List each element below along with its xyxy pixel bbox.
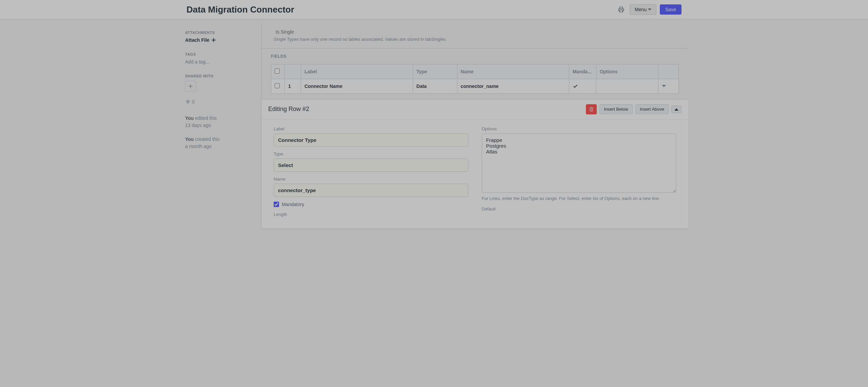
attach-file-button[interactable]: Attach File: [185, 37, 256, 43]
length-field-label: Length: [274, 212, 468, 217]
insert-above-button[interactable]: Insert Above: [635, 104, 669, 114]
name-input[interactable]: [274, 184, 468, 197]
label-field-label: Label: [274, 126, 468, 131]
row-editor-panel: Editing Row #2 Insert Below Insert Above: [261, 99, 688, 229]
type-field-label: Type: [274, 151, 468, 156]
delete-row-button[interactable]: [586, 104, 597, 114]
tags-heading: TAGS: [185, 52, 256, 56]
heart-icon: [185, 99, 191, 105]
caret-down-icon: [648, 8, 651, 11]
name-field-label: Name: [274, 177, 468, 182]
trash-icon: [589, 107, 594, 112]
options-field-label: Options: [482, 126, 676, 131]
row-select-checkbox[interactable]: [275, 83, 280, 88]
row-mandatory-cell: [569, 79, 596, 93]
printer-icon: [618, 6, 624, 13]
page-title: Data Migration Connector: [186, 4, 294, 15]
insert-below-button[interactable]: Insert Below: [599, 104, 633, 114]
shared-with-heading: SHARED WITH: [185, 74, 256, 78]
mandatory-checkbox[interactable]: [274, 202, 279, 207]
tag-input[interactable]: Add a tag...: [185, 59, 256, 64]
label-input[interactable]: [274, 133, 468, 147]
svg-rect-0: [620, 10, 623, 12]
options-textarea[interactable]: Frappe Postgres Atlas: [482, 133, 676, 193]
menu-button[interactable]: Menu: [630, 4, 656, 15]
col-label: Label: [301, 64, 413, 79]
like-button[interactable]: 0: [185, 99, 256, 105]
plus-icon: [189, 84, 193, 88]
options-help: For Links, enter the DocType as range. F…: [482, 195, 676, 202]
collapse-row-button[interactable]: [671, 106, 682, 113]
type-select[interactable]: [274, 159, 468, 172]
attachments-heading: ATTACHMENTS: [185, 31, 256, 35]
timeline-edited: You edited this 13 days ago: [185, 115, 256, 129]
fields-table: Label Type Name Manda... Options 1 Conne…: [271, 64, 679, 94]
default-field-label: Default: [482, 206, 676, 211]
is-single-label: Is Single: [276, 29, 294, 35]
select-all-checkbox[interactable]: [275, 69, 280, 74]
col-type: Type: [413, 64, 457, 79]
row-name-cell: connector_name: [457, 79, 569, 93]
row-editor-title: Editing Row #2: [268, 106, 309, 113]
save-button[interactable]: Save: [660, 4, 682, 15]
fields-heading: FIELDS: [271, 54, 679, 59]
print-button[interactable]: [616, 4, 626, 15]
table-row[interactable]: 1 Connector Name Data connector_name: [271, 79, 679, 93]
row-type-cell: Data: [413, 79, 457, 93]
mandatory-label: Mandatory: [282, 202, 304, 207]
row-label-cell: Connector Name: [301, 79, 413, 93]
is-single-help: Single Types have only one record no tab…: [274, 36, 450, 43]
caret-up-icon: [674, 108, 678, 111]
col-options: Options: [596, 64, 658, 79]
timeline-created: You created this a month ago: [185, 136, 256, 150]
plus-icon: [212, 38, 216, 42]
add-share-button[interactable]: [185, 81, 196, 92]
like-count: 0: [192, 99, 195, 105]
col-mandatory: Manda...: [569, 64, 596, 79]
row-expand-icon[interactable]: [662, 85, 675, 88]
col-name: Name: [457, 64, 569, 79]
